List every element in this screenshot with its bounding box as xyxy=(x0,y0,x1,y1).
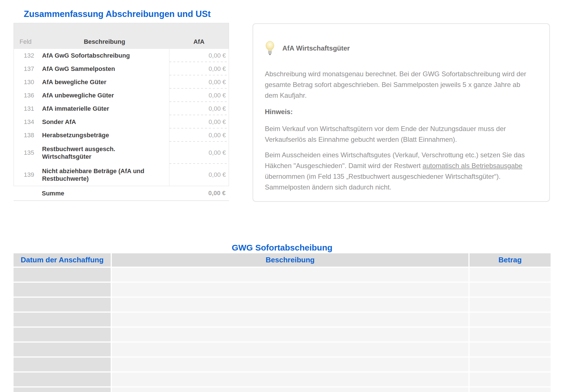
info-paragraph-text: übernommen (im Feld 135 „Restbuchwert au… xyxy=(265,173,501,191)
summary-section-title: Zusammenfassung Abschreibungen und USt xyxy=(24,9,211,19)
gwg-table: Datum der Anschaffung Beschreibung Betra… xyxy=(14,253,551,392)
summary-table-body: 132 AfA GwG Sofortabschreibung 0,00 € 13… xyxy=(14,49,229,186)
row-description: Nicht abziehbare Beträge (AfA und Restbu… xyxy=(40,167,169,182)
column-header-betrag: Betrag xyxy=(470,253,551,267)
gwg-description-cell[interactable] xyxy=(112,268,468,282)
field-number: 138 xyxy=(14,132,40,139)
afa-value-cell: 0,00 € xyxy=(169,89,229,102)
table-row: 137 AfA GwG Sammelposten 0,00 € xyxy=(14,62,229,75)
table-row: 130 AfA bewegliche Güter 0,00 € xyxy=(14,75,229,89)
summary-table-header: Feld Beschreibung AfA xyxy=(14,23,229,49)
betriebsausgabe-emphasis: automatisch als Betriebsausgabe xyxy=(423,162,523,169)
gwg-amount-cell[interactable] xyxy=(470,387,551,392)
gwg-date-cell[interactable] xyxy=(14,268,111,282)
row-description: AfA immaterielle Güter xyxy=(40,105,169,112)
table-row: 139 Nicht abziehbare Beträge (AfA und Re… xyxy=(14,164,229,186)
lightbulb-icon xyxy=(265,41,275,56)
summary-table: Feld Beschreibung AfA 132 AfA GwG Sofort… xyxy=(14,23,229,186)
field-number: 136 xyxy=(14,92,40,99)
column-header-afa: AfA xyxy=(169,38,229,49)
column-header-beschreibung: Beschreibung xyxy=(112,253,468,267)
column-header-feld: Feld xyxy=(14,38,40,49)
gwg-section-title: GWG Sofortabscheibung xyxy=(14,243,551,252)
gwg-date-cell[interactable] xyxy=(14,343,111,356)
summe-value: 0,00 € xyxy=(169,190,228,197)
row-description: AfA unbewegliche Güter xyxy=(40,92,169,99)
table-row: 138 Herabsetzungsbeträge 0,00 € xyxy=(14,129,229,142)
row-description: AfA bewegliche Güter xyxy=(40,78,169,86)
hinweis-label: Hinweis: xyxy=(265,106,539,117)
info-paragraph: Abschreibung wird monatsgenau berechnet.… xyxy=(265,69,530,101)
field-number: 137 xyxy=(14,65,40,73)
gwg-amount-cell[interactable] xyxy=(470,373,551,386)
field-number: 135 xyxy=(14,149,40,156)
table-row: 134 Sonder AfA 0,00 € xyxy=(14,115,229,129)
afa-value-cell: 0,00 € xyxy=(169,102,229,115)
gwg-date-cell[interactable] xyxy=(14,283,111,297)
row-description: Herabsetzungsbeträge xyxy=(40,131,169,139)
gwg-amount-cell[interactable] xyxy=(470,343,551,356)
field-number: 134 xyxy=(14,118,40,126)
field-number: 139 xyxy=(14,171,40,178)
page: { "colors": { "accent": "#0d63d3", "valu… xyxy=(0,0,563,392)
row-description: Restbuchwert ausgesch. Wirtschaftsgüter xyxy=(40,145,169,160)
summe-label: Summe xyxy=(40,190,169,197)
info-box-title: AfA Wirtschaftsgüter xyxy=(282,44,350,52)
gwg-description-cell[interactable] xyxy=(112,387,468,392)
gwg-date-cell[interactable] xyxy=(14,298,111,312)
field-number: 132 xyxy=(14,52,40,59)
table-row: 136 AfA unbewegliche Güter 0,00 € xyxy=(14,89,229,102)
info-paragraph: Beim Ausscheiden eines Wirtschaftsgutes … xyxy=(265,150,530,193)
gwg-description-cell[interactable] xyxy=(112,373,468,386)
gwg-amount-cell[interactable] xyxy=(470,358,551,371)
table-row: 132 AfA GwG Sofortabschreibung 0,00 € xyxy=(14,49,229,62)
gwg-amount-cell[interactable] xyxy=(470,328,551,341)
info-paragraph: Beim Verkauf von Wirtschaftsgütern vor d… xyxy=(265,123,530,145)
afa-value-cell: 0,00 € xyxy=(169,129,229,142)
info-box-header: AfA Wirtschaftsgüter xyxy=(265,41,539,56)
summe-row: Summe 0,00 € xyxy=(14,186,229,201)
gwg-amount-cell[interactable] xyxy=(470,268,551,282)
gwg-description-cell[interactable] xyxy=(112,343,468,356)
gwg-date-cell[interactable] xyxy=(14,387,111,392)
row-description: Sonder AfA xyxy=(40,118,169,126)
gwg-description-cell[interactable] xyxy=(112,313,468,326)
field-number: 131 xyxy=(14,105,40,112)
column-header-datum: Datum der Anschaffung xyxy=(14,253,111,267)
gwg-date-cell[interactable] xyxy=(14,358,111,371)
afa-value-cell: 0,00 € xyxy=(169,115,229,129)
gwg-description-cell[interactable] xyxy=(112,358,468,371)
gwg-date-cell[interactable] xyxy=(14,313,111,326)
afa-value-cell: 0,00 € xyxy=(169,49,229,62)
gwg-description-cell[interactable] xyxy=(112,328,468,341)
afa-value-cell: 0,00 € xyxy=(169,62,229,75)
field-number: 130 xyxy=(14,79,40,86)
table-row: 131 AfA immaterielle Güter 0,00 € xyxy=(14,102,229,115)
gwg-date-cell[interactable] xyxy=(14,328,111,341)
gwg-description-cell[interactable] xyxy=(112,298,468,312)
gwg-amount-cell[interactable] xyxy=(470,283,551,297)
gwg-date-cell[interactable] xyxy=(14,373,111,386)
info-box: AfA Wirtschaftsgüter Abschreibung wird m… xyxy=(252,23,550,202)
afa-value-cell: 0,00 € xyxy=(169,142,229,164)
row-description: AfA GwG Sammelposten xyxy=(40,65,169,73)
gwg-amount-cell[interactable] xyxy=(470,313,551,326)
afa-value-cell: 0,00 € xyxy=(169,75,229,89)
gwg-description-cell[interactable] xyxy=(112,283,468,297)
table-row: 135 Restbuchwert ausgesch. Wirtschaftsgü… xyxy=(14,142,229,164)
column-header-beschreibung: Beschreibung xyxy=(40,38,169,49)
afa-value-cell: 0,00 € xyxy=(169,164,229,186)
gwg-amount-cell[interactable] xyxy=(470,298,551,312)
row-description: AfA GwG Sofortabschreibung xyxy=(40,52,169,59)
